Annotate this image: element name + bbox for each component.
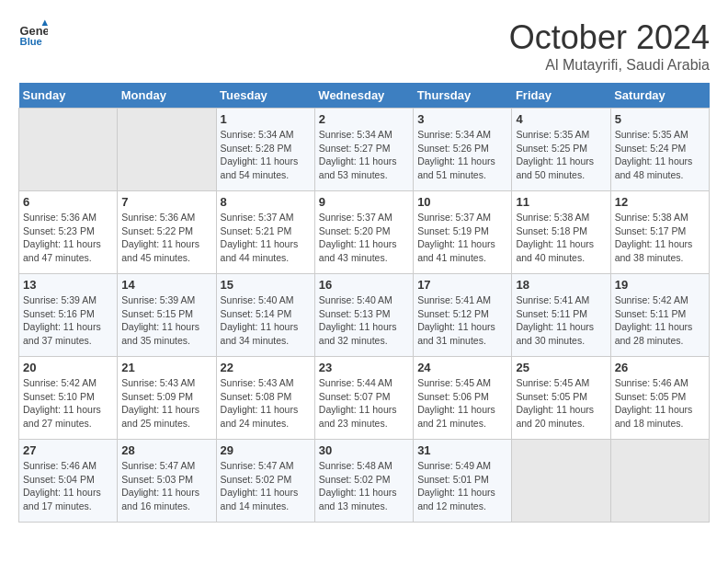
day-header-thursday: Thursday <box>414 83 512 109</box>
day-header-friday: Friday <box>512 83 610 109</box>
day-number: 3 <box>417 112 507 126</box>
calendar-cell: 19Sunrise: 5:42 AM Sunset: 5:11 PM Dayli… <box>610 274 709 357</box>
day-info: Sunrise: 5:37 AM Sunset: 5:21 PM Dayligh… <box>221 211 311 265</box>
day-header-tuesday: Tuesday <box>216 83 314 109</box>
calendar-week-2: 6Sunrise: 5:36 AM Sunset: 5:23 PM Daylig… <box>19 191 710 274</box>
calendar-cell: 7Sunrise: 5:36 AM Sunset: 5:22 PM Daylig… <box>118 191 216 274</box>
location: Al Mutayrifi, Saudi Arabia <box>509 57 710 74</box>
calendar-cell: 25Sunrise: 5:45 AM Sunset: 5:05 PM Dayli… <box>512 357 610 440</box>
day-number: 13 <box>23 278 113 292</box>
day-info: Sunrise: 5:36 AM Sunset: 5:23 PM Dayligh… <box>23 211 113 265</box>
day-info: Sunrise: 5:40 AM Sunset: 5:13 PM Dayligh… <box>319 293 409 348</box>
calendar-cell: 31Sunrise: 5:49 AM Sunset: 5:01 PM Dayli… <box>414 440 512 523</box>
calendar-header-row: SundayMondayTuesdayWednesdayThursdayFrid… <box>19 83 710 109</box>
day-number: 4 <box>516 112 606 126</box>
calendar-week-5: 27Sunrise: 5:46 AM Sunset: 5:04 PM Dayli… <box>19 440 710 523</box>
day-info: Sunrise: 5:35 AM Sunset: 5:24 PM Dayligh… <box>615 128 705 182</box>
day-number: 16 <box>319 278 409 292</box>
calendar-week-4: 20Sunrise: 5:42 AM Sunset: 5:10 PM Dayli… <box>19 357 710 440</box>
day-info: Sunrise: 5:37 AM Sunset: 5:19 PM Dayligh… <box>417 211 507 265</box>
day-info: Sunrise: 5:39 AM Sunset: 5:16 PM Dayligh… <box>23 293 113 348</box>
day-info: Sunrise: 5:46 AM Sunset: 5:05 PM Dayligh… <box>615 376 705 431</box>
day-info: Sunrise: 5:34 AM Sunset: 5:26 PM Dayligh… <box>417 128 507 182</box>
day-number: 5 <box>615 112 705 126</box>
day-number: 28 <box>121 443 211 457</box>
day-number: 27 <box>23 443 113 457</box>
svg-text:Blue: Blue <box>20 36 42 47</box>
calendar-cell: 21Sunrise: 5:43 AM Sunset: 5:09 PM Dayli… <box>118 357 216 440</box>
day-header-monday: Monday <box>118 83 216 109</box>
svg-marker-2 <box>42 20 48 26</box>
day-number: 2 <box>319 112 409 126</box>
calendar-cell: 8Sunrise: 5:37 AM Sunset: 5:21 PM Daylig… <box>216 191 314 274</box>
day-info: Sunrise: 5:45 AM Sunset: 5:05 PM Dayligh… <box>516 376 606 431</box>
day-number: 19 <box>615 278 705 292</box>
logo: General Blue <box>18 18 51 48</box>
day-info: Sunrise: 5:43 AM Sunset: 5:08 PM Dayligh… <box>221 376 311 431</box>
day-number: 8 <box>221 195 311 209</box>
day-info: Sunrise: 5:34 AM Sunset: 5:28 PM Dayligh… <box>221 128 311 182</box>
day-number: 24 <box>417 361 507 374</box>
day-number: 10 <box>417 195 507 209</box>
calendar-cell: 27Sunrise: 5:46 AM Sunset: 5:04 PM Dayli… <box>19 440 118 523</box>
calendar-week-1: 1Sunrise: 5:34 AM Sunset: 5:28 PM Daylig… <box>19 109 710 191</box>
calendar-cell: 5Sunrise: 5:35 AM Sunset: 5:24 PM Daylig… <box>610 109 709 191</box>
calendar-cell <box>512 440 610 523</box>
calendar-cell: 24Sunrise: 5:45 AM Sunset: 5:06 PM Dayli… <box>414 357 512 440</box>
day-number: 25 <box>516 361 606 374</box>
calendar-cell: 12Sunrise: 5:38 AM Sunset: 5:17 PM Dayli… <box>610 191 709 274</box>
calendar-cell: 28Sunrise: 5:47 AM Sunset: 5:03 PM Dayli… <box>118 440 216 523</box>
title-area: October 2024 Al Mutayrifi, Saudi Arabia <box>509 18 710 74</box>
day-info: Sunrise: 5:39 AM Sunset: 5:15 PM Dayligh… <box>121 293 211 348</box>
day-number: 9 <box>319 195 409 209</box>
calendar-table: SundayMondayTuesdayWednesdayThursdayFrid… <box>18 83 710 523</box>
calendar-cell: 16Sunrise: 5:40 AM Sunset: 5:13 PM Dayli… <box>314 274 413 357</box>
calendar-cell: 23Sunrise: 5:44 AM Sunset: 5:07 PM Dayli… <box>314 357 413 440</box>
day-number: 18 <box>516 278 606 292</box>
calendar-cell: 9Sunrise: 5:37 AM Sunset: 5:20 PM Daylig… <box>314 191 413 274</box>
day-info: Sunrise: 5:42 AM Sunset: 5:11 PM Dayligh… <box>615 293 705 348</box>
page-header: General Blue October 2024 Al Mutayrifi, … <box>18 18 710 74</box>
day-number: 21 <box>121 361 211 374</box>
calendar-cell: 18Sunrise: 5:41 AM Sunset: 5:11 PM Dayli… <box>512 274 610 357</box>
day-number: 15 <box>221 278 311 292</box>
day-number: 11 <box>516 195 606 209</box>
calendar-cell: 4Sunrise: 5:35 AM Sunset: 5:25 PM Daylig… <box>512 109 610 191</box>
day-number: 14 <box>121 278 211 292</box>
day-number: 7 <box>121 195 211 209</box>
day-number: 31 <box>417 443 507 457</box>
day-header-sunday: Sunday <box>19 83 118 109</box>
day-info: Sunrise: 5:45 AM Sunset: 5:06 PM Dayligh… <box>417 376 507 431</box>
calendar-cell: 26Sunrise: 5:46 AM Sunset: 5:05 PM Dayli… <box>610 357 709 440</box>
calendar-cell: 22Sunrise: 5:43 AM Sunset: 5:08 PM Dayli… <box>216 357 314 440</box>
day-number: 17 <box>417 278 507 292</box>
calendar-cell: 1Sunrise: 5:34 AM Sunset: 5:28 PM Daylig… <box>216 109 314 191</box>
day-info: Sunrise: 5:47 AM Sunset: 5:03 PM Dayligh… <box>121 459 211 513</box>
calendar-cell: 10Sunrise: 5:37 AM Sunset: 5:19 PM Dayli… <box>414 191 512 274</box>
day-info: Sunrise: 5:37 AM Sunset: 5:20 PM Dayligh… <box>319 211 409 265</box>
day-info: Sunrise: 5:46 AM Sunset: 5:04 PM Dayligh… <box>23 459 113 513</box>
calendar-body: 1Sunrise: 5:34 AM Sunset: 5:28 PM Daylig… <box>19 109 710 523</box>
day-info: Sunrise: 5:35 AM Sunset: 5:25 PM Dayligh… <box>516 128 606 182</box>
day-number: 23 <box>319 361 409 374</box>
day-number: 12 <box>615 195 705 209</box>
day-info: Sunrise: 5:49 AM Sunset: 5:01 PM Dayligh… <box>417 459 507 513</box>
calendar-cell: 13Sunrise: 5:39 AM Sunset: 5:16 PM Dayli… <box>19 274 118 357</box>
day-info: Sunrise: 5:36 AM Sunset: 5:22 PM Dayligh… <box>121 211 211 265</box>
day-info: Sunrise: 5:34 AM Sunset: 5:27 PM Dayligh… <box>319 128 409 182</box>
calendar-cell: 3Sunrise: 5:34 AM Sunset: 5:26 PM Daylig… <box>414 109 512 191</box>
calendar-cell: 29Sunrise: 5:47 AM Sunset: 5:02 PM Dayli… <box>216 440 314 523</box>
calendar-cell: 2Sunrise: 5:34 AM Sunset: 5:27 PM Daylig… <box>314 109 413 191</box>
day-info: Sunrise: 5:41 AM Sunset: 5:11 PM Dayligh… <box>516 293 606 348</box>
calendar-cell <box>118 109 216 191</box>
calendar-week-3: 13Sunrise: 5:39 AM Sunset: 5:16 PM Dayli… <box>19 274 710 357</box>
day-info: Sunrise: 5:40 AM Sunset: 5:14 PM Dayligh… <box>221 293 311 348</box>
day-info: Sunrise: 5:42 AM Sunset: 5:10 PM Dayligh… <box>23 376 113 431</box>
day-number: 1 <box>221 112 311 126</box>
day-number: 26 <box>615 361 705 374</box>
day-info: Sunrise: 5:47 AM Sunset: 5:02 PM Dayligh… <box>221 459 311 513</box>
calendar-cell: 20Sunrise: 5:42 AM Sunset: 5:10 PM Dayli… <box>19 357 118 440</box>
calendar-cell: 11Sunrise: 5:38 AM Sunset: 5:18 PM Dayli… <box>512 191 610 274</box>
day-number: 22 <box>221 361 311 374</box>
day-info: Sunrise: 5:38 AM Sunset: 5:18 PM Dayligh… <box>516 211 606 265</box>
